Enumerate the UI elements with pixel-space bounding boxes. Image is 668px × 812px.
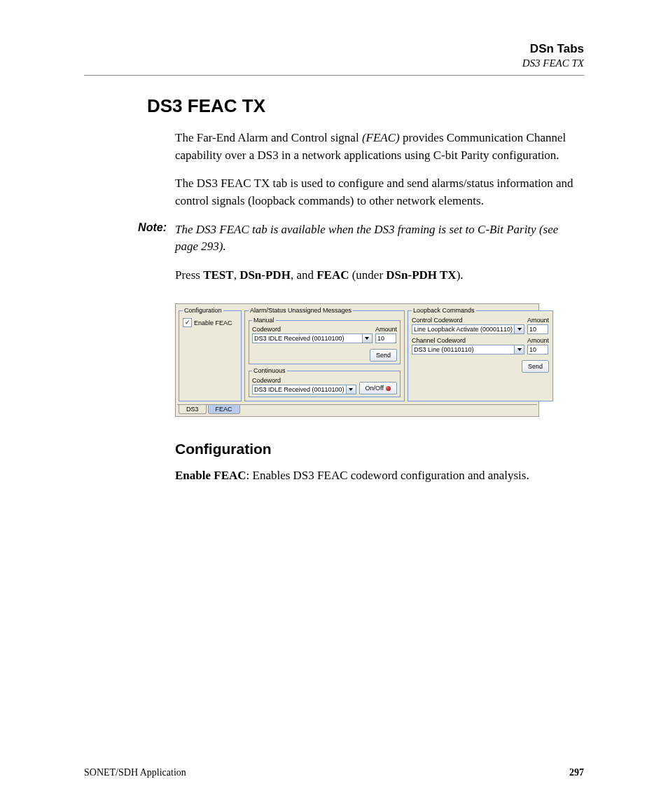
channel-codeword-label: Channel Codeword	[412, 337, 524, 344]
status-led-icon	[386, 386, 391, 391]
intro-paragraph-2: The DS3 FEAC TX tab is used to configure…	[175, 175, 584, 209]
manual-amount-input[interactable]: 10	[375, 333, 396, 343]
control-amount-input[interactable]: 10	[527, 324, 548, 334]
enable-feac-checkbox[interactable]: ✓	[183, 318, 192, 327]
header-section: DS3 FEAC TX	[84, 57, 584, 69]
note-label: Note:	[84, 221, 175, 256]
press-instruction: Press TEST, DSn-PDH, and FEAC (under DSn…	[175, 267, 584, 284]
alarm-status-legend: Alarm/Status Unassigned Messages	[249, 307, 353, 314]
continuous-codeword-dropdown-button[interactable]	[347, 385, 356, 394]
chevron-down-icon	[517, 348, 522, 351]
channel-codeword-dropdown-button[interactable]	[515, 345, 524, 355]
configuration-group: Configuration ✓ Enable FEAC	[179, 307, 242, 401]
enable-feac-label: Enable FEAC	[194, 319, 232, 326]
continuous-codeword-select[interactable]: DS3 IDLE Received (00110100)	[252, 385, 347, 394]
control-codeword-select[interactable]: Line Loopback Activate (00001110)	[412, 324, 515, 334]
manual-codeword-select[interactable]: DS3 IDLE Received (00110100)	[252, 333, 363, 343]
configuration-body: Enable FEAC: Enables DS3 FEAC codeword c…	[175, 467, 584, 485]
control-amount-label: Amount	[527, 317, 549, 324]
continuous-group: Continuous Codeword DS3 IDLE Received (0…	[249, 367, 401, 397]
manual-codeword-label: Codeword	[252, 326, 373, 333]
loopback-commands-group: Loopback Commands Control Codeword Line …	[408, 307, 553, 401]
manual-amount-label: Amount	[375, 326, 397, 333]
manual-group: Manual Codeword DS3 IDLE Received (00110…	[249, 317, 401, 364]
chevron-down-icon	[517, 328, 522, 331]
continuous-onoff-button[interactable]: On/Off	[359, 382, 397, 394]
tab-ds3[interactable]: DS3	[179, 405, 207, 414]
note-body: The DS3 FEAC tab is available when the D…	[175, 221, 584, 256]
chevron-down-icon	[365, 337, 369, 340]
tab-feac[interactable]: FEAC	[208, 405, 240, 414]
manual-legend: Manual	[252, 317, 276, 324]
continuous-legend: Continuous	[252, 367, 287, 374]
manual-send-button[interactable]: Send	[370, 349, 397, 362]
footer-page-number: 297	[569, 767, 584, 778]
control-codeword-dropdown-button[interactable]	[515, 324, 524, 334]
tab-strip: DS3 FEAC	[176, 405, 538, 416]
channel-amount-input[interactable]: 10	[527, 345, 548, 355]
manual-codeword-dropdown-button[interactable]	[363, 333, 373, 343]
channel-codeword-select[interactable]: DS3 Line (00110110)	[412, 345, 515, 355]
configuration-heading: Configuration	[175, 441, 584, 457]
page-title: DS3 FEAC TX	[147, 95, 584, 117]
chevron-down-icon	[349, 388, 353, 391]
loopback-legend: Loopback Commands	[412, 307, 476, 314]
channel-amount-label: Amount	[527, 337, 549, 344]
continuous-codeword-label: Codeword	[252, 377, 356, 384]
intro-paragraph-1: The Far-End Alarm and Control signal (FE…	[175, 130, 584, 164]
ds3-feac-tx-panel: Configuration ✓ Enable FEAC Alarm/Status…	[175, 303, 539, 417]
control-codeword-label: Control Codeword	[412, 317, 524, 324]
loopback-send-button[interactable]: Send	[522, 360, 549, 373]
alarm-status-group: Alarm/Status Unassigned Messages Manual …	[244, 307, 405, 401]
onoff-label: On/Off	[366, 385, 384, 392]
configuration-legend: Configuration	[183, 307, 223, 314]
header-chapter: DSn Tabs	[84, 42, 584, 56]
header-divider	[84, 75, 584, 76]
footer-app-name: SONET/SDH Application	[84, 767, 186, 778]
